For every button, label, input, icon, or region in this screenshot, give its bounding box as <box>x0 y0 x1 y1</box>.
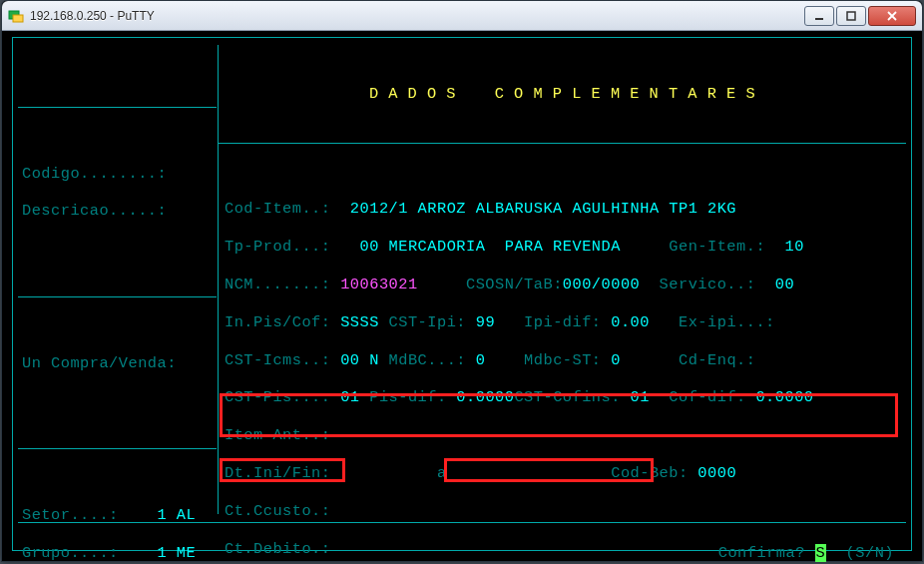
mdbc-label: MdBC...: <box>389 351 466 369</box>
minimize-button[interactable] <box>804 6 834 26</box>
right-panel: D A D O S C O M P L E M E N T A R E S Co… <box>218 45 906 514</box>
confirm-input[interactable]: S <box>815 544 827 562</box>
coditem-value: 2012/1 ARROZ ALBARUSKA AGULHINHA TP1 2KG <box>350 200 736 218</box>
descricao-label: Descricao.....: <box>22 202 212 221</box>
panel-header: D A D O S C O M P L E M E N T A R E S <box>219 83 906 105</box>
outer-frame: Codigo........: Descricao.....: Un Compr… <box>12 37 912 551</box>
tpprod-label: Tp-Prod...: <box>225 238 330 256</box>
svg-rect-1 <box>13 15 23 22</box>
footer: Confirma? S (S/N) <box>18 522 906 544</box>
window-title: 192.168.0.250 - PuTTY <box>30 9 802 23</box>
cstipi-label: CST-Ipi: <box>389 313 466 331</box>
app-window: 192.168.0.250 - PuTTY Codigo........: De… <box>1 0 923 562</box>
genitem-label: Gen-Item.: <box>669 238 765 256</box>
left-panel: Codigo........: Descricao.....: Un Compr… <box>18 45 216 514</box>
tpprod-value: 00 MERCADORIA PARA REVENDA <box>360 238 621 256</box>
grupo-label: Grupo....: <box>22 544 119 562</box>
maximize-button[interactable] <box>836 6 866 26</box>
codigo-label: Codigo........: <box>22 165 212 184</box>
mdbcst-value: 0 <box>611 351 621 369</box>
terminal[interactable]: Codigo........: Descricao.....: Un Compr… <box>10 35 914 553</box>
servico-label: Servico..: <box>660 276 756 293</box>
mdbcst-label: Mdbc-ST: <box>524 351 601 369</box>
confirm-options: (S/N) <box>846 544 894 562</box>
ipidif-value: 0.00 <box>611 313 650 331</box>
exipi-label: Ex-ipi...: <box>679 313 775 331</box>
csticms-label: CST-Icms..: <box>225 351 330 369</box>
un-label: Un Compra/Venda: <box>22 354 212 373</box>
csosn-value: 000/0000 <box>563 276 640 293</box>
highlight-box-cst-label <box>220 458 345 482</box>
cstipi-value: 99 <box>476 313 495 331</box>
window-controls <box>802 6 916 26</box>
highlight-box-cst-50 <box>444 458 654 482</box>
genitem-value: 10 <box>784 238 803 256</box>
ncm-value: 10063021 <box>340 276 417 293</box>
cdenq-label: Cd-Enq.: <box>679 351 755 369</box>
inpis-value: SSSS <box>340 313 379 331</box>
ctccusto-label: Ct.Ccusto.: <box>225 502 900 521</box>
grupo-value: 1 ME <box>158 544 197 562</box>
svg-rect-3 <box>847 12 855 20</box>
titlebar[interactable]: 192.168.0.250 - PuTTY <box>2 1 922 31</box>
ipidif-label: Ipi-dif: <box>524 313 601 331</box>
csticms-value: 00 N <box>340 351 379 369</box>
coditem-label: Cod-Item..: <box>225 200 330 218</box>
ncm-label: NCM.......: <box>225 276 330 293</box>
codbeb-value: 0000 <box>697 464 736 482</box>
putty-icon <box>8 8 24 24</box>
servico-value: 00 <box>775 276 794 293</box>
csosn-label: CSOSN/TaB: <box>466 276 563 293</box>
confirm-label: Confirma? <box>718 544 805 562</box>
highlight-box-pis-cofins <box>220 393 898 437</box>
close-button[interactable] <box>868 6 916 26</box>
inpis-label: In.Pis/Cof: <box>225 313 330 331</box>
mdbc-value: 0 <box>476 351 486 369</box>
